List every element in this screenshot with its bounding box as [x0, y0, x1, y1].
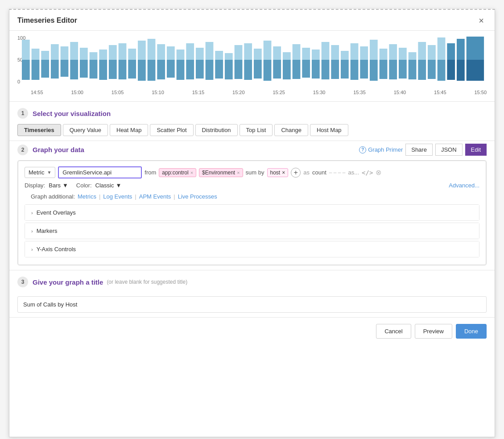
x-label-11: 15:50 — [474, 90, 487, 95]
svg-rect-1 — [22, 60, 30, 80]
svg-rect-11 — [70, 60, 78, 79]
color-dropdown[interactable]: Classic ▼ — [95, 182, 122, 189]
svg-rect-19 — [109, 60, 117, 79]
svg-rect-93 — [467, 60, 484, 81]
svg-rect-70 — [360, 46, 368, 60]
graph-header-right: ? Graph Primer Share JSON Edit — [359, 144, 487, 156]
query-builder: Metric ▼ from app:control × $Environment… — [18, 161, 486, 265]
ga-sep-1: | — [99, 193, 100, 200]
svg-rect-81 — [409, 60, 417, 79]
color-value: Classic — [95, 182, 114, 189]
x-label-1: 15:00 — [71, 90, 83, 95]
svg-rect-34 — [186, 43, 194, 60]
graph-section-header: 2 Graph your data ? Graph Primer Share J… — [17, 144, 487, 156]
accordion-markers: › Markers — [25, 223, 479, 239]
x-label-5: 15:20 — [232, 90, 245, 95]
host-tag-label: host — [270, 170, 281, 176]
tab-timeseries[interactable]: Timeseries — [17, 124, 61, 136]
svg-rect-6 — [51, 44, 59, 60]
graph-primer-label: Graph Primer — [368, 146, 403, 153]
host-tag-remove[interactable]: × — [282, 170, 285, 176]
svg-rect-5 — [41, 60, 49, 78]
svg-rect-76 — [389, 44, 397, 60]
svg-rect-59 — [302, 60, 310, 78]
chevron-down-color-icon: ▼ — [116, 182, 121, 189]
chevron-right-icon: › — [31, 210, 33, 215]
done-button[interactable]: Done — [456, 324, 487, 339]
ga-link-apm-events[interactable]: APM Events — [139, 193, 171, 200]
timeseries-editor-modal: Timeseries Editor × 100 50 0 — [9, 9, 495, 437]
tab-distribution[interactable]: Distribution — [195, 124, 238, 136]
code-editor-button[interactable]: </> — [362, 169, 373, 176]
svg-rect-26 — [148, 39, 156, 60]
tab-host-map[interactable]: Host Map — [310, 124, 348, 136]
display-value: Bars — [49, 182, 61, 189]
svg-rect-84 — [428, 45, 436, 60]
x-label-4: 15:15 — [192, 90, 205, 95]
step-badge-3: 3 — [17, 277, 28, 287]
graph-primer-link[interactable]: ? Graph Primer — [359, 146, 403, 153]
svg-rect-2 — [32, 49, 40, 60]
x-label-0: 14:55 — [31, 90, 43, 95]
ga-link-live-processes[interactable]: Live Processes — [178, 193, 217, 200]
preview-button[interactable]: Preview — [415, 324, 452, 339]
x-label-3: 15:10 — [152, 90, 164, 95]
ga-sep-2: | — [135, 193, 136, 200]
svg-rect-15 — [90, 60, 98, 79]
svg-rect-20 — [119, 43, 127, 60]
svg-rect-27 — [148, 60, 156, 81]
section-1-header: 1 Select your visualization — [17, 108, 487, 119]
title-hint: (or leave blank for suggested title) — [107, 279, 187, 285]
svg-rect-90 — [457, 39, 465, 60]
ga-link-log-events[interactable]: Log Events — [103, 193, 132, 200]
svg-rect-87 — [438, 60, 446, 81]
modal-header: Timeseries Editor × — [9, 10, 495, 31]
chart-preview-area: 100 50 0 — [9, 31, 495, 102]
section-2: 2 Graph your data ? Graph Primer Share J… — [9, 141, 495, 270]
share-button[interactable]: Share — [405, 144, 433, 156]
svg-rect-86 — [438, 37, 446, 60]
svg-rect-45 — [235, 60, 243, 79]
ga-link-metrics[interactable]: Metrics — [78, 193, 96, 200]
metric-type-selector[interactable]: Metric ▼ — [25, 167, 55, 178]
accordion-markers-header[interactable]: › Markers — [25, 223, 479, 239]
tag-app-control-remove[interactable]: × — [190, 170, 193, 175]
from-label: from — [145, 169, 156, 176]
svg-rect-89 — [447, 60, 455, 80]
cancel-button[interactable]: Cancel — [376, 324, 411, 339]
add-tag-button[interactable]: + — [291, 168, 301, 178]
accordion-y-axis-header[interactable]: › Y-Axis Controls — [25, 241, 479, 257]
sum-by-label: sum by — [246, 169, 264, 176]
accordion-y-axis: › Y-Axis Controls — [25, 241, 479, 257]
graph-title-input[interactable] — [17, 296, 487, 313]
graph-additional-row: Graph additional: Metrics | Log Events |… — [25, 189, 479, 200]
section-1-title: Select your visualization — [33, 110, 111, 117]
display-dropdown[interactable]: Bars ▼ — [49, 182, 68, 189]
close-button[interactable]: × — [476, 15, 487, 26]
display-label: Display: — [25, 182, 45, 189]
graph-additional-label: Graph additional: — [31, 193, 75, 200]
svg-rect-65 — [331, 60, 339, 79]
json-button[interactable]: JSON — [435, 144, 463, 156]
svg-rect-92 — [467, 37, 484, 60]
remove-query-button[interactable]: ⊗ — [376, 169, 381, 176]
svg-rect-83 — [418, 60, 426, 80]
edit-button[interactable]: Edit — [465, 144, 487, 156]
tab-top-list[interactable]: Top List — [240, 124, 273, 136]
event-overlays-label: Event Overlays — [37, 209, 76, 216]
as-label: as — [303, 169, 310, 176]
tab-change[interactable]: Change — [274, 124, 308, 136]
section-3-title: Give your graph a title — [33, 278, 103, 286]
tab-heat-map[interactable]: Heat Map — [110, 124, 148, 136]
svg-rect-30 — [167, 46, 175, 60]
tab-query-value[interactable]: Query Value — [63, 124, 108, 136]
tag-environment-remove[interactable]: × — [237, 170, 240, 175]
svg-rect-17 — [99, 60, 107, 80]
svg-rect-52 — [273, 46, 281, 60]
metric-input[interactable] — [58, 166, 142, 178]
as-label-2: as... — [348, 169, 359, 176]
accordion-event-overlays-header[interactable]: › Event Overlays — [25, 205, 479, 220]
svg-rect-25 — [138, 60, 146, 81]
advanced-link[interactable]: Advanced... — [449, 182, 479, 189]
tab-scatter-plot[interactable]: Scatter Plot — [150, 124, 193, 136]
